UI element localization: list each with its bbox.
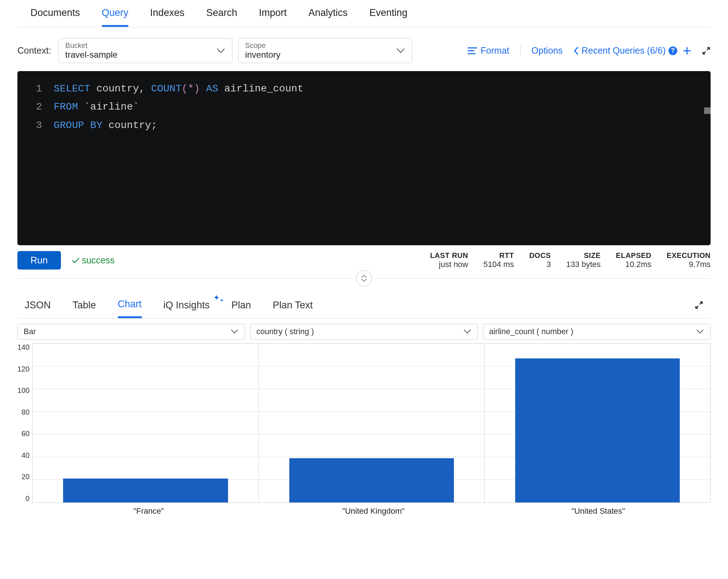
scope-dropdown[interactable]: Scope inventory [238, 38, 412, 63]
chevron-down-icon [231, 329, 238, 334]
sparkle-icon: ✦ [213, 293, 220, 303]
chart-bar [289, 458, 454, 502]
chart-column [259, 344, 485, 502]
run-button[interactable]: Run [17, 251, 61, 270]
chart-x-axis: "France""United Kingdom""United States" [17, 503, 711, 516]
code-line[interactable]: FROM `airline` [54, 98, 711, 116]
scrollbar-thumb[interactable] [704, 107, 711, 114]
chevron-down-icon [361, 278, 367, 282]
result-tab-chart[interactable]: Chart [118, 299, 142, 318]
x-tick: "United Kingdom" [261, 503, 486, 516]
result-tab-json[interactable]: JSON [25, 300, 51, 317]
collapse-handle[interactable] [356, 270, 372, 286]
chevron-down-icon [464, 329, 471, 334]
chevron-left-icon [574, 46, 579, 55]
top-tabs: DocumentsQueryIndexesSearchImportAnalyti… [17, 0, 711, 27]
y-tick: 60 [21, 430, 29, 438]
chart-bar [515, 358, 680, 502]
format-icon [468, 47, 477, 55]
chart-plot-area [32, 343, 711, 503]
stat-docs: DOCS3 [529, 251, 551, 269]
line-number: 1 [17, 80, 54, 98]
chart: 140120100806040200 [17, 342, 711, 503]
code-line[interactable]: SELECT country, COUNT(*) AS airline_coun… [54, 80, 711, 98]
context-label: Context: [17, 45, 51, 56]
y-tick: 100 [17, 386, 29, 395]
line-number: 2 [17, 98, 54, 116]
check-icon [72, 257, 80, 264]
chart-column [33, 344, 258, 502]
expand-icon[interactable] [702, 46, 711, 55]
stat-elapsed: ELAPSED10.2ms [616, 251, 652, 269]
top-tab-search[interactable]: Search [206, 7, 237, 27]
plus-icon[interactable] [683, 47, 691, 55]
y-tick: 140 [17, 343, 29, 352]
format-button[interactable]: Format [468, 45, 509, 56]
result-tab-iq-insights[interactable]: iQ Insights✦✦ [164, 300, 210, 317]
run-status: success [72, 255, 115, 266]
stat-rtt: RTT5104 ms [483, 251, 514, 269]
x-tick: "France" [36, 503, 261, 516]
x-tick: "United States" [486, 503, 711, 516]
result-tab-plan[interactable]: Plan [231, 300, 251, 317]
query-editor[interactable]: 1SELECT country, COUNT(*) AS airline_cou… [17, 71, 711, 245]
y-tick: 80 [21, 408, 29, 416]
bucket-dropdown[interactable]: Bucket travel-sample [58, 38, 232, 63]
top-tab-query[interactable]: Query [102, 7, 129, 27]
chevron-down-icon [217, 48, 225, 53]
run-row: Run success LAST RUNjust nowRTT5104 msDO… [17, 245, 711, 279]
stat-last-run: LAST RUNjust now [430, 251, 468, 269]
stat-size: SIZE133 bytes [566, 251, 600, 269]
chart-x-select[interactable]: country ( string ) [250, 324, 478, 340]
chevron-up-icon [361, 275, 367, 278]
help-badge-icon: ? [669, 46, 677, 55]
chart-y-select[interactable]: airline_count ( number ) [483, 324, 711, 340]
chart-controls: Bar country ( string ) airline_count ( n… [17, 319, 711, 342]
context-row: Context: Bucket travel-sample Scope inve… [17, 27, 711, 71]
chart-y-axis: 140120100806040200 [17, 343, 32, 503]
top-tab-indexes[interactable]: Indexes [150, 7, 185, 27]
y-tick: 120 [17, 365, 29, 373]
stat-execution: EXECUTION9.7ms [667, 251, 711, 269]
top-tab-import[interactable]: Import [259, 7, 287, 27]
chart-column [485, 344, 710, 502]
chart-type-select[interactable]: Bar [17, 324, 245, 340]
options-button[interactable]: Options [531, 45, 563, 56]
chart-bar [63, 479, 228, 502]
y-tick: 0 [25, 494, 29, 503]
expand-icon[interactable] [695, 301, 703, 316]
top-tab-analytics[interactable]: Analytics [309, 7, 348, 27]
code-line[interactable]: GROUP BY country; [54, 116, 711, 135]
chevron-down-icon [397, 48, 405, 53]
line-number: 3 [17, 116, 54, 135]
top-tab-eventing[interactable]: Eventing [369, 7, 408, 27]
y-tick: 40 [21, 451, 29, 460]
recent-queries-button[interactable]: Recent Queries (6/6) ? [574, 45, 691, 56]
result-tab-plan-text[interactable]: Plan Text [273, 300, 313, 317]
chevron-down-icon [696, 329, 704, 334]
result-tab-table[interactable]: Table [73, 300, 96, 317]
top-tab-documents[interactable]: Documents [30, 7, 80, 27]
y-tick: 20 [21, 473, 29, 481]
